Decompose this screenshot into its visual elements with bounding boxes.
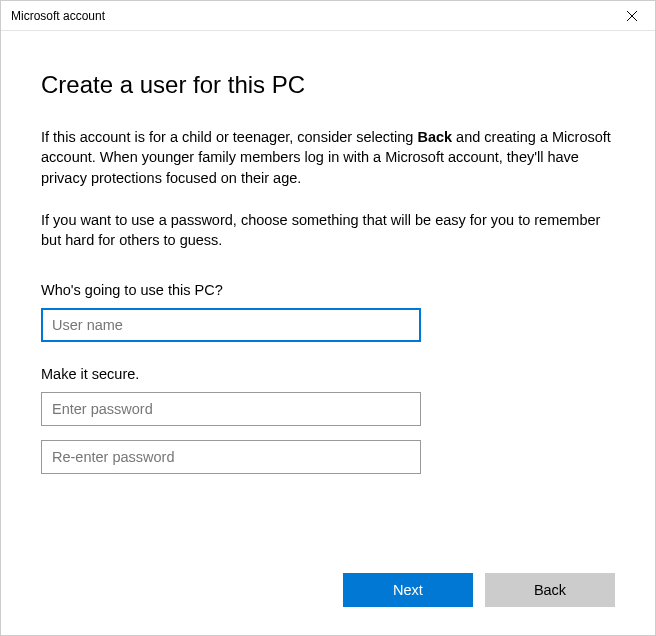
- button-row: Next Back: [343, 573, 615, 607]
- password-confirm-input[interactable]: [41, 440, 421, 474]
- dialog-content: Create a user for this PC If this accoun…: [1, 31, 655, 635]
- next-button[interactable]: Next: [343, 573, 473, 607]
- close-button[interactable]: [609, 1, 655, 31]
- window-title: Microsoft account: [11, 9, 105, 23]
- titlebar: Microsoft account: [1, 1, 655, 31]
- username-section-label: Who's going to use this PC?: [41, 282, 615, 298]
- password-section-label: Make it secure.: [41, 366, 615, 382]
- intro-text-bold: Back: [417, 129, 452, 145]
- username-input[interactable]: [41, 308, 421, 342]
- page-heading: Create a user for this PC: [41, 71, 615, 99]
- back-button[interactable]: Back: [485, 573, 615, 607]
- close-icon: [627, 11, 637, 21]
- intro-paragraph-2: If you want to use a password, choose so…: [41, 210, 615, 251]
- dialog-window: Microsoft account Create a user for this…: [0, 0, 656, 636]
- intro-text-pre: If this account is for a child or teenag…: [41, 129, 417, 145]
- password-input[interactable]: [41, 392, 421, 426]
- intro-paragraph-1: If this account is for a child or teenag…: [41, 127, 615, 188]
